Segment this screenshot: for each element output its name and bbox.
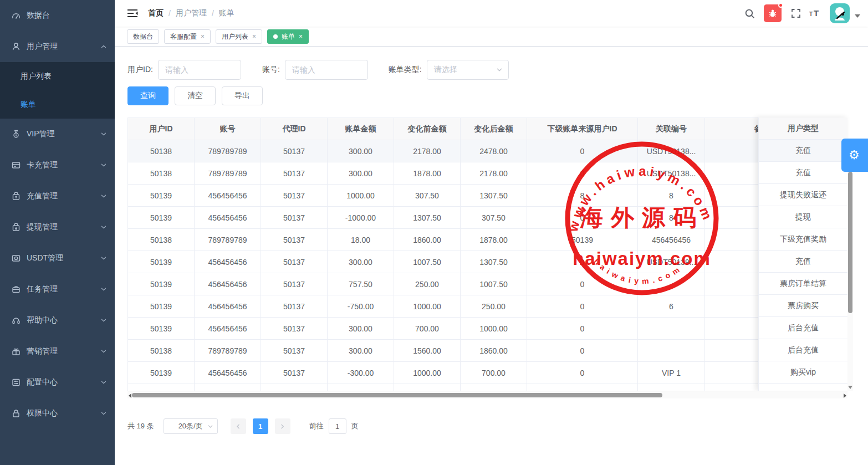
tab-label: 账单 — [282, 32, 295, 42]
sidebar-item-2[interactable]: 用户管理 — [0, 31, 115, 62]
topbar: 首页/用户管理/账单 — [115, 0, 868, 27]
fixed-row[interactable]: 票房购买 — [758, 295, 847, 317]
page-size-select[interactable]: 20条/页 — [164, 418, 218, 434]
table-row[interactable]: 5013945645645650137300.00700.001000.000 — [128, 318, 847, 340]
bill-type-select[interactable]: 请选择 — [427, 60, 509, 80]
sidebar-item-label: 卡充管理 — [27, 160, 100, 170]
tab-label: 数据台 — [133, 32, 153, 42]
cell-r6-c7: USDT50139... — [638, 251, 705, 273]
cell-r3-c3: 1000.00 — [328, 185, 394, 207]
cell-r11-c3: -300.00 — [328, 362, 394, 384]
fixed-row[interactable]: 充值 — [758, 162, 847, 184]
tab-客服配置[interactable]: 客服配置× — [164, 29, 211, 44]
export-button[interactable]: 导出 — [222, 86, 263, 105]
cell-r10-c6: 0 — [527, 340, 638, 362]
sidebar-item-4[interactable]: 卡充管理 — [0, 150, 115, 181]
goto-page-input[interactable] — [329, 418, 346, 434]
fixed-row[interactable]: 下级充值奖励 — [758, 228, 847, 251]
breadcrumb-item-2[interactable]: 用户管理 — [176, 8, 207, 18]
breadcrumb-separator: / — [212, 9, 214, 18]
sidebar-subitem-用户列表[interactable]: 用户列表 — [0, 62, 115, 90]
sidebar-item-12[interactable]: 权限中心 — [0, 398, 115, 429]
chevron-down-icon — [100, 193, 107, 200]
table-row[interactable]: 50139456456456501371000.00307.501307.508… — [128, 185, 847, 207]
search-icon[interactable] — [741, 5, 758, 22]
tab-close-icon[interactable]: × — [252, 33, 256, 40]
table-row-partial — [128, 384, 847, 391]
fixed-row[interactable]: 后台充值 — [758, 339, 847, 361]
search-button[interactable]: 查询 — [127, 86, 169, 105]
scroll-left-arrow-icon[interactable] — [129, 394, 131, 398]
user-id-input[interactable] — [158, 60, 241, 80]
fixed-row[interactable]: 票房订单结算 — [758, 273, 847, 295]
fullscreen-icon[interactable] — [788, 5, 804, 22]
cell-r3-c2: 50137 — [261, 185, 328, 207]
tab-close-icon[interactable]: × — [201, 33, 205, 40]
cell-r6-c3: 300.00 — [328, 251, 394, 273]
sidebar-item-10[interactable]: 营销管理 — [0, 336, 115, 367]
cell-r9-c6: 0 — [527, 318, 638, 340]
fixed-row[interactable]: 提现 — [758, 206, 847, 228]
cell-r6-c0: 50139 — [128, 251, 195, 273]
cell-r11-c6: 0 — [527, 362, 638, 384]
cell-r2-c2: 50137 — [261, 162, 328, 185]
fixed-row[interactable]: 提现失败返还 — [758, 184, 847, 206]
sidebar-item-5[interactable]: 充值管理 — [0, 181, 115, 212]
sidebar-item-6[interactable]: 提现管理 — [0, 212, 115, 243]
user-type-cell: 票房订单结算 — [758, 273, 847, 295]
table-row[interactable]: 5013945645645650137757.50250.001007.500 — [128, 273, 847, 295]
prev-page-button[interactable] — [231, 418, 246, 434]
vertical-scrollbar-thumb[interactable] — [848, 172, 852, 313]
table-row[interactable]: 5013878978978950137300.001878.002178.000… — [128, 162, 847, 185]
scroll-right-arrow-icon[interactable] — [844, 394, 846, 398]
sidebar-item-9[interactable]: 帮助中心 — [0, 305, 115, 336]
fixed-row[interactable]: 充值 — [758, 251, 847, 273]
cell-r4-c2: 50137 — [261, 207, 328, 229]
fixed-row[interactable]: 后台充值 — [758, 317, 847, 339]
tab-数据台[interactable]: 数据台 — [127, 29, 159, 44]
error-log-button[interactable] — [764, 4, 782, 22]
table-row[interactable]: 5013878978978950137300.002178.002478.000… — [128, 140, 847, 162]
sidebar-item-8[interactable]: 任务管理 — [0, 274, 115, 305]
fixed-row[interactable]: 充值 — [758, 140, 847, 162]
settings-fab-button[interactable]: ⚙ — [841, 139, 868, 172]
table-row[interactable]: 5013945645645650137-750.001000.00250.000… — [128, 295, 847, 318]
vertical-scrollbar[interactable] — [847, 140, 853, 391]
sidebar-item-label: 提现管理 — [27, 222, 100, 232]
sidebar-item-11[interactable]: 配置中心 — [0, 367, 115, 398]
font-size-icon[interactable]: T T — [806, 5, 823, 22]
avatar-dropdown-caret[interactable] — [855, 14, 860, 18]
cell-r8-c7: 6 — [638, 295, 705, 318]
sidebar-item-1[interactable]: 数据台 — [0, 0, 115, 31]
cell-r6-c5: 1307.50 — [461, 251, 527, 273]
clear-button[interactable]: 清空 — [175, 86, 216, 105]
breadcrumb-item-1[interactable]: 首页 — [148, 8, 164, 18]
tab-close-icon[interactable]: × — [299, 33, 303, 40]
header-cell-6: 下级账单来源用户ID — [527, 118, 638, 140]
header-cell-5: 变化后金额 — [461, 118, 527, 140]
horizontal-scrollbar-thumb[interactable] — [132, 393, 662, 397]
table-row[interactable]: 5013945645645650137-1000.001307.50307.50… — [128, 207, 847, 229]
sidebar-collapse-icon[interactable] — [127, 8, 138, 18]
table-row[interactable]: 5013878978978950137300.001560.001860.000 — [128, 340, 847, 362]
tab-用户列表[interactable]: 用户列表× — [216, 29, 262, 44]
next-page-button[interactable] — [275, 418, 290, 434]
horizontal-scrollbar[interactable] — [127, 391, 847, 398]
table-row[interactable]: 501387897897895013718.001860.001878.0050… — [128, 229, 847, 251]
page-number-1[interactable]: 1 — [253, 418, 268, 434]
fixed-row[interactable]: 购买vip — [758, 361, 847, 384]
sidebar-item-3[interactable]: VIP管理 — [0, 119, 115, 150]
main-area: 首页/用户管理/账单 — [115, 0, 868, 465]
sidebar-subitem-账单[interactable]: 账单 — [0, 90, 115, 119]
table-row[interactable]: 5013945645645650137-300.001000.00700.000… — [128, 362, 847, 384]
cell-r8-c6: 0 — [527, 295, 638, 318]
sidebar-item-7[interactable]: USDT管理 — [0, 243, 115, 274]
scroll-down-arrow-icon[interactable] — [848, 386, 852, 389]
avatar[interactable] — [830, 3, 850, 23]
account-input[interactable] — [285, 60, 368, 80]
config-icon — [11, 377, 21, 387]
tab-账单[interactable]: 账单× — [267, 29, 309, 44]
cell-r4-c6: 0 — [527, 207, 638, 229]
user-type-cell: 充值 — [758, 162, 847, 184]
table-row[interactable]: 5013945645645650137300.001007.501307.500… — [128, 251, 847, 273]
